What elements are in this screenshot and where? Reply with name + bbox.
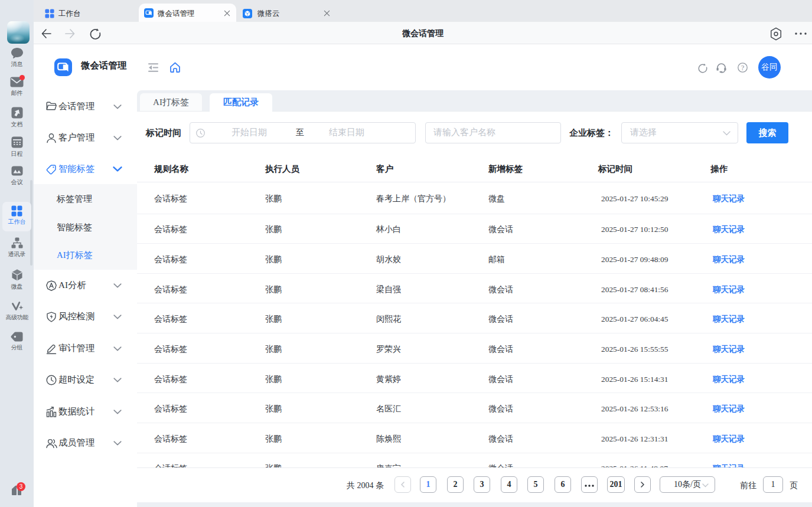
svg-text:?: ? [741, 64, 745, 72]
